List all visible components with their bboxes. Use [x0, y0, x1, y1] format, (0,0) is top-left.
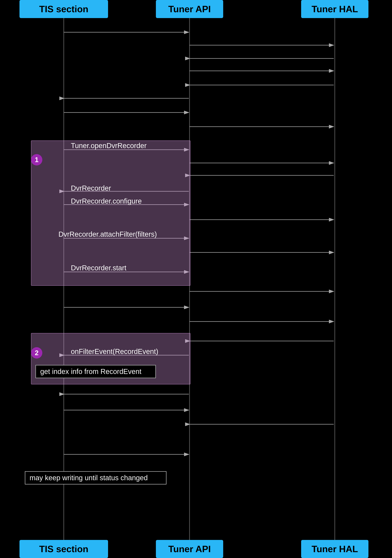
step-1-circle: 1 [31, 154, 42, 166]
footer-tuner-hal: Tuner HAL [301, 540, 368, 558]
header-tis: TIS section [19, 0, 108, 18]
label-open-dvr: Tuner.openDvrRecorder [71, 142, 147, 150]
step-2-circle: 2 [31, 347, 42, 358]
text-box-get-index: get index info from RecordEvent [35, 365, 156, 378]
label-dvr-recorder: DvrRecorder [71, 184, 111, 192]
text-box-keep-writing: may keep writing until status changed [25, 471, 166, 485]
label-attach-filter: DvrRecorder.attachFilter(filters) [59, 230, 157, 238]
footer-tis: TIS section [19, 540, 108, 558]
header-tuner-api: Tuner API [156, 0, 223, 18]
label-configure: DvrRecorder.configure [71, 197, 142, 205]
label-on-filter-event: onFilterEvent(RecordEvent) [71, 348, 158, 356]
footer-tuner-api: Tuner API [156, 540, 223, 558]
lifeline-tuner-hal [334, 18, 335, 540]
label-start: DvrRecorder.start [71, 264, 126, 272]
header-tuner-hal: Tuner HAL [301, 0, 368, 18]
